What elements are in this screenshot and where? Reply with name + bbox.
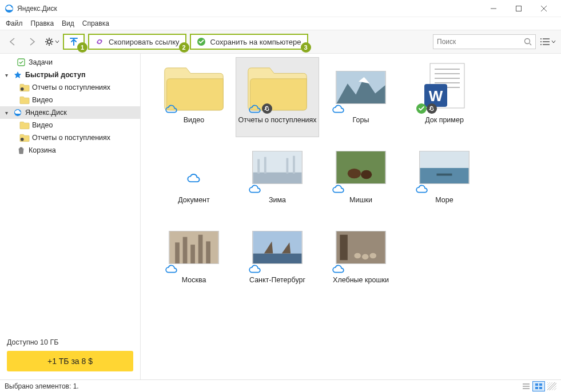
storage-available: Доступно 10 ГБ [7,338,133,346]
folder-item-video[interactable]: Видео [152,57,236,137]
trash-icon [16,145,26,155]
file-item-bears[interactable]: Мишки [319,137,403,217]
cloud-icon [248,103,262,114]
folder-item-reports[interactable]: Отчеты о поступлениях [236,57,319,137]
folder-icon [19,82,30,93]
window-minimize-button[interactable] [481,1,506,17]
image-thumbnail [252,151,303,184]
cloud-icon [332,263,345,274]
tree-quick-video[interactable]: Видео [0,94,140,106]
cloud-icon [248,183,262,194]
view-mode-button[interactable] [539,34,556,49]
svg-rect-56 [190,245,195,263]
svg-rect-4 [516,6,522,11]
svg-rect-55 [183,237,188,263]
cloud-icon [165,263,178,274]
view-large-icons-button[interactable] [532,381,545,391]
settings-button[interactable] [43,34,59,50]
svg-point-27 [21,87,24,91]
svg-line-19 [530,43,531,45]
tree-disk-reports[interactable]: Отчеты о поступлениях [0,131,140,144]
svg-rect-71 [535,383,538,386]
file-item-doc-example[interactable]: W Док пример [403,57,486,137]
svg-point-67 [369,253,376,259]
cloud-icon [332,103,345,114]
tasks-icon [16,57,26,67]
svg-line-13 [51,43,52,45]
save-to-computer-button[interactable]: Сохранить на компьютере 3 [190,34,308,50]
search-input[interactable] [437,38,524,46]
copy-link-label: Скопировать ссылку [109,38,180,46]
toolbar: 1 Скопировать ссылку 2 Сохранить на комп… [0,30,561,54]
svg-rect-52 [436,174,452,176]
image-thumbnail [336,231,386,264]
svg-rect-43 [257,159,260,174]
menu-file[interactable]: Файл [6,19,23,27]
file-item-mountains[interactable]: Горы [319,57,403,137]
window-close-button[interactable] [531,1,556,17]
app-logo-icon [13,107,23,118]
svg-point-48 [348,169,361,178]
tree-quick-reports[interactable]: Отчеты о поступлениях [0,81,140,94]
menubar: Файл Правка Вид Справка [0,17,561,30]
svg-point-66 [362,254,369,260]
menu-help[interactable]: Справка [82,19,109,27]
menu-view[interactable]: Вид [62,19,74,27]
file-grid[interactable]: Видео Отчеты о поступлениях Горы [141,54,561,379]
check-circle-icon [197,37,206,46]
cloud-icon [248,263,262,274]
file-item-spb[interactable]: Санкт-Петербург [236,217,319,297]
window-maximize-button[interactable] [506,1,531,17]
nav-back-button[interactable] [5,34,21,50]
view-details-button[interactable] [520,381,532,391]
search-box[interactable] [433,34,536,49]
resize-grip[interactable] [547,382,556,390]
svg-rect-64 [340,235,348,260]
svg-point-18 [525,39,530,44]
svg-line-14 [51,39,52,40]
status-selection-count: Выбрано элементов: 1. [5,382,79,390]
tree-tasks[interactable]: Задачи [0,56,140,69]
image-thumbnail [169,231,219,264]
svg-rect-42 [253,173,302,183]
svg-rect-58 [206,241,210,263]
folder-icon [19,133,30,143]
shared-link-icon [427,103,437,114]
upgrade-storage-button[interactable]: +1 ТБ за 8 $ [7,351,133,371]
svg-rect-74 [539,387,542,389]
app-logo-icon [5,4,14,13]
chevron-down-icon[interactable]: ▾ [2,72,10,78]
chevron-down-icon[interactable]: ▾ [2,110,10,116]
copy-link-badge: 2 [179,42,189,53]
svg-rect-45 [286,158,288,174]
sidebar-footer: Доступно 10 ГБ +1 ТБ за 8 $ [0,333,140,379]
image-thumbnail [336,151,386,184]
svg-point-7 [47,40,51,43]
nav-tree: Задачи ▾ Быстрый доступ Отчеты о поступл… [0,56,140,333]
svg-rect-57 [198,235,203,263]
save-to-computer-badge: 3 [301,42,311,53]
svg-point-29 [21,138,24,141]
upload-badge: 1 [77,42,87,53]
svg-rect-60 [253,254,302,263]
file-item-winter[interactable]: Зима [236,137,319,217]
svg-rect-72 [539,383,542,386]
tree-trash[interactable]: Корзина [0,144,140,157]
menu-edit[interactable]: Правка [31,19,54,27]
file-item-sea[interactable]: Море [403,137,486,217]
folder-icon [19,120,30,130]
file-item-moscow[interactable]: Москва [152,217,236,297]
copy-link-button[interactable]: Скопировать ссылку 2 [88,34,186,50]
save-to-computer-label: Сохранить на компьютере [210,38,301,46]
nav-forward-button[interactable] [24,34,40,50]
svg-rect-59 [253,231,302,254]
window-title: Яндекс.Диск [17,5,57,13]
tree-disk-video[interactable]: Видео [0,119,140,131]
tree-yandex-disk[interactable]: ▾ Яндекс.Диск [0,106,140,119]
file-item-bread[interactable]: Хлебные крошки [319,217,403,297]
upload-button[interactable]: 1 [63,34,85,50]
cloud-icon [332,183,345,194]
tree-quick-access[interactable]: ▾ Быстрый доступ [0,69,140,81]
cloud-icon [186,172,201,183]
file-item-document[interactable]: Документ [152,137,236,217]
